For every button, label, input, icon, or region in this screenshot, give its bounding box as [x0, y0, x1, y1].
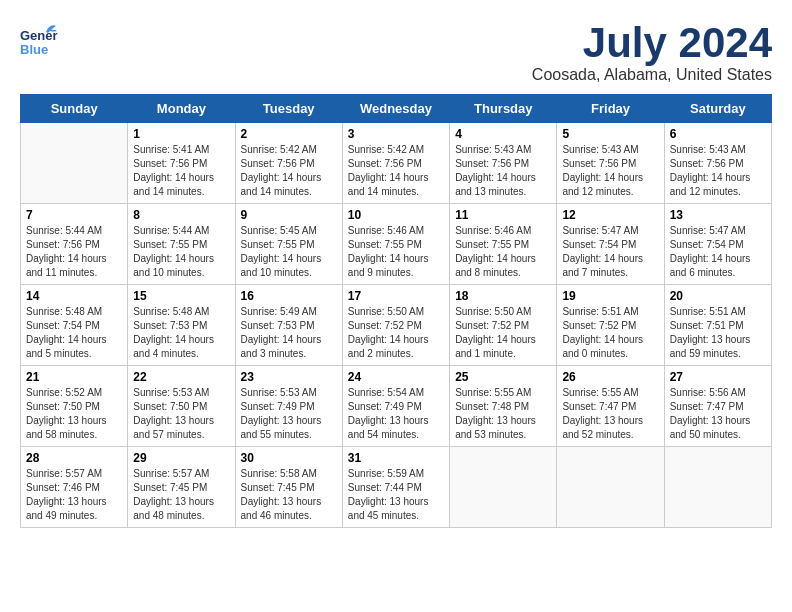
calendar-cell: 16Sunrise: 5:49 AM Sunset: 7:53 PM Dayli…: [235, 285, 342, 366]
day-number: 6: [670, 127, 766, 141]
day-number: 16: [241, 289, 337, 303]
day-info: Sunrise: 5:45 AM Sunset: 7:55 PM Dayligh…: [241, 224, 337, 280]
day-number: 10: [348, 208, 444, 222]
day-number: 14: [26, 289, 122, 303]
calendar-table: SundayMondayTuesdayWednesdayThursdayFrid…: [20, 94, 772, 528]
day-info: Sunrise: 5:46 AM Sunset: 7:55 PM Dayligh…: [455, 224, 551, 280]
calendar-cell: 15Sunrise: 5:48 AM Sunset: 7:53 PM Dayli…: [128, 285, 235, 366]
day-of-week-tuesday: Tuesday: [235, 95, 342, 123]
calendar-cell: 31Sunrise: 5:59 AM Sunset: 7:44 PM Dayli…: [342, 447, 449, 528]
day-info: Sunrise: 5:43 AM Sunset: 7:56 PM Dayligh…: [670, 143, 766, 199]
day-number: 17: [348, 289, 444, 303]
calendar-cell: 4Sunrise: 5:43 AM Sunset: 7:56 PM Daylig…: [450, 123, 557, 204]
calendar-cell: 29Sunrise: 5:57 AM Sunset: 7:45 PM Dayli…: [128, 447, 235, 528]
calendar-cell: 9Sunrise: 5:45 AM Sunset: 7:55 PM Daylig…: [235, 204, 342, 285]
day-info: Sunrise: 5:55 AM Sunset: 7:47 PM Dayligh…: [562, 386, 658, 442]
day-info: Sunrise: 5:48 AM Sunset: 7:54 PM Dayligh…: [26, 305, 122, 361]
month-title: July 2024: [532, 20, 772, 66]
day-info: Sunrise: 5:42 AM Sunset: 7:56 PM Dayligh…: [348, 143, 444, 199]
calendar-week-5: 28Sunrise: 5:57 AM Sunset: 7:46 PM Dayli…: [21, 447, 772, 528]
day-number: 5: [562, 127, 658, 141]
calendar-cell: 2Sunrise: 5:42 AM Sunset: 7:56 PM Daylig…: [235, 123, 342, 204]
day-of-week-saturday: Saturday: [664, 95, 771, 123]
day-info: Sunrise: 5:47 AM Sunset: 7:54 PM Dayligh…: [562, 224, 658, 280]
calendar-cell: 17Sunrise: 5:50 AM Sunset: 7:52 PM Dayli…: [342, 285, 449, 366]
day-number: 4: [455, 127, 551, 141]
calendar-week-3: 14Sunrise: 5:48 AM Sunset: 7:54 PM Dayli…: [21, 285, 772, 366]
calendar-cell: 22Sunrise: 5:53 AM Sunset: 7:50 PM Dayli…: [128, 366, 235, 447]
day-number: 19: [562, 289, 658, 303]
day-number: 29: [133, 451, 229, 465]
calendar-week-2: 7Sunrise: 5:44 AM Sunset: 7:56 PM Daylig…: [21, 204, 772, 285]
day-number: 28: [26, 451, 122, 465]
day-number: 27: [670, 370, 766, 384]
logo: General Blue: [20, 20, 58, 58]
calendar-week-4: 21Sunrise: 5:52 AM Sunset: 7:50 PM Dayli…: [21, 366, 772, 447]
day-info: Sunrise: 5:44 AM Sunset: 7:55 PM Dayligh…: [133, 224, 229, 280]
day-of-week-wednesday: Wednesday: [342, 95, 449, 123]
day-of-week-thursday: Thursday: [450, 95, 557, 123]
day-info: Sunrise: 5:53 AM Sunset: 7:50 PM Dayligh…: [133, 386, 229, 442]
calendar-cell: 8Sunrise: 5:44 AM Sunset: 7:55 PM Daylig…: [128, 204, 235, 285]
calendar-cell: 20Sunrise: 5:51 AM Sunset: 7:51 PM Dayli…: [664, 285, 771, 366]
day-info: Sunrise: 5:52 AM Sunset: 7:50 PM Dayligh…: [26, 386, 122, 442]
svg-text:Blue: Blue: [20, 42, 48, 57]
calendar-cell: 26Sunrise: 5:55 AM Sunset: 7:47 PM Dayli…: [557, 366, 664, 447]
calendar-cell: 1Sunrise: 5:41 AM Sunset: 7:56 PM Daylig…: [128, 123, 235, 204]
calendar-cell: [557, 447, 664, 528]
day-info: Sunrise: 5:49 AM Sunset: 7:53 PM Dayligh…: [241, 305, 337, 361]
calendar-cell: 24Sunrise: 5:54 AM Sunset: 7:49 PM Dayli…: [342, 366, 449, 447]
calendar-cell: 10Sunrise: 5:46 AM Sunset: 7:55 PM Dayli…: [342, 204, 449, 285]
day-number: 23: [241, 370, 337, 384]
calendar-cell: 23Sunrise: 5:53 AM Sunset: 7:49 PM Dayli…: [235, 366, 342, 447]
day-info: Sunrise: 5:43 AM Sunset: 7:56 PM Dayligh…: [562, 143, 658, 199]
calendar-cell: [450, 447, 557, 528]
calendar-cell: 25Sunrise: 5:55 AM Sunset: 7:48 PM Dayli…: [450, 366, 557, 447]
day-number: 9: [241, 208, 337, 222]
day-info: Sunrise: 5:48 AM Sunset: 7:53 PM Dayligh…: [133, 305, 229, 361]
calendar-cell: [664, 447, 771, 528]
calendar-cell: 13Sunrise: 5:47 AM Sunset: 7:54 PM Dayli…: [664, 204, 771, 285]
day-number: 15: [133, 289, 229, 303]
day-number: 7: [26, 208, 122, 222]
day-number: 30: [241, 451, 337, 465]
calendar-cell: 7Sunrise: 5:44 AM Sunset: 7:56 PM Daylig…: [21, 204, 128, 285]
day-info: Sunrise: 5:57 AM Sunset: 7:46 PM Dayligh…: [26, 467, 122, 523]
calendar-cell: 30Sunrise: 5:58 AM Sunset: 7:45 PM Dayli…: [235, 447, 342, 528]
day-info: Sunrise: 5:55 AM Sunset: 7:48 PM Dayligh…: [455, 386, 551, 442]
calendar-cell: 5Sunrise: 5:43 AM Sunset: 7:56 PM Daylig…: [557, 123, 664, 204]
calendar-cell: 28Sunrise: 5:57 AM Sunset: 7:46 PM Dayli…: [21, 447, 128, 528]
calendar-week-1: 1Sunrise: 5:41 AM Sunset: 7:56 PM Daylig…: [21, 123, 772, 204]
day-info: Sunrise: 5:51 AM Sunset: 7:51 PM Dayligh…: [670, 305, 766, 361]
day-number: 12: [562, 208, 658, 222]
day-info: Sunrise: 5:50 AM Sunset: 7:52 PM Dayligh…: [455, 305, 551, 361]
calendar-cell: 21Sunrise: 5:52 AM Sunset: 7:50 PM Dayli…: [21, 366, 128, 447]
day-number: 31: [348, 451, 444, 465]
calendar-cell: 27Sunrise: 5:56 AM Sunset: 7:47 PM Dayli…: [664, 366, 771, 447]
day-info: Sunrise: 5:47 AM Sunset: 7:54 PM Dayligh…: [670, 224, 766, 280]
day-number: 26: [562, 370, 658, 384]
calendar-cell: 14Sunrise: 5:48 AM Sunset: 7:54 PM Dayli…: [21, 285, 128, 366]
day-info: Sunrise: 5:58 AM Sunset: 7:45 PM Dayligh…: [241, 467, 337, 523]
day-number: 8: [133, 208, 229, 222]
calendar-header: SundayMondayTuesdayWednesdayThursdayFrid…: [21, 95, 772, 123]
calendar-cell: [21, 123, 128, 204]
calendar-cell: 19Sunrise: 5:51 AM Sunset: 7:52 PM Dayli…: [557, 285, 664, 366]
day-number: 11: [455, 208, 551, 222]
calendar-body: 1Sunrise: 5:41 AM Sunset: 7:56 PM Daylig…: [21, 123, 772, 528]
day-number: 1: [133, 127, 229, 141]
calendar-cell: 18Sunrise: 5:50 AM Sunset: 7:52 PM Dayli…: [450, 285, 557, 366]
day-info: Sunrise: 5:41 AM Sunset: 7:56 PM Dayligh…: [133, 143, 229, 199]
day-number: 3: [348, 127, 444, 141]
day-info: Sunrise: 5:44 AM Sunset: 7:56 PM Dayligh…: [26, 224, 122, 280]
day-number: 13: [670, 208, 766, 222]
day-info: Sunrise: 5:59 AM Sunset: 7:44 PM Dayligh…: [348, 467, 444, 523]
day-number: 2: [241, 127, 337, 141]
day-info: Sunrise: 5:42 AM Sunset: 7:56 PM Dayligh…: [241, 143, 337, 199]
day-of-week-monday: Monday: [128, 95, 235, 123]
calendar-cell: 6Sunrise: 5:43 AM Sunset: 7:56 PM Daylig…: [664, 123, 771, 204]
day-number: 18: [455, 289, 551, 303]
title-area: July 2024 Coosada, Alabama, United State…: [532, 20, 772, 84]
location: Coosada, Alabama, United States: [532, 66, 772, 84]
day-info: Sunrise: 5:53 AM Sunset: 7:49 PM Dayligh…: [241, 386, 337, 442]
